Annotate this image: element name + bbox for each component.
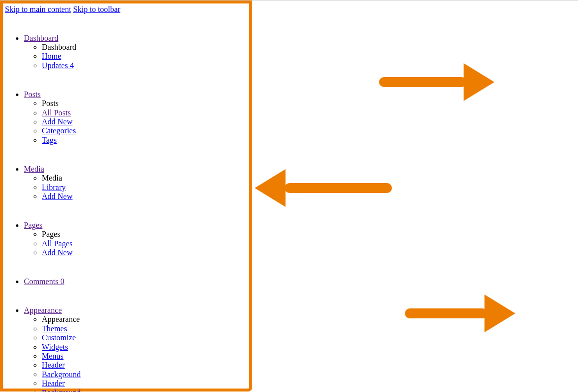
dashboard-home-link[interactable]: Home xyxy=(42,52,61,60)
skip-links: Skip to main content Skip to toolbar xyxy=(5,5,247,14)
dashboard-updates-link[interactable]: Updates 4 xyxy=(42,61,74,70)
posts-add-new-link[interactable]: Add New xyxy=(42,117,73,126)
media-static: Media xyxy=(42,174,247,183)
appearance-header2-link[interactable]: Header xyxy=(42,379,65,388)
appearance-themes-link[interactable]: Themes xyxy=(42,324,67,333)
posts-categories-link[interactable]: Categories xyxy=(42,126,76,135)
pages-static: Pages xyxy=(42,230,247,239)
media-submenu: Media Library Add New xyxy=(24,174,247,201)
skip-toolbar-link[interactable]: Skip to toolbar xyxy=(73,5,120,13)
pages-add-new-link[interactable]: Add New xyxy=(42,248,73,257)
menu-item-posts: Posts Posts All Posts Add New Categories… xyxy=(24,76,247,145)
posts-link[interactable]: Posts xyxy=(24,90,41,99)
pages-submenu: Pages All Pages Add New xyxy=(24,230,247,257)
arrow-left-icon xyxy=(285,183,392,193)
media-link[interactable]: Media xyxy=(24,165,44,174)
menu-item-comments: Comments 0 xyxy=(24,263,247,286)
posts-submenu: Posts All Posts Add New Categories Tags xyxy=(24,99,247,145)
arrow-right-head-icon xyxy=(464,63,494,101)
vertical-divider xyxy=(253,0,253,392)
dashboard-static: Dashboard xyxy=(42,43,247,52)
dashboard-submenu: Dashboard Home Updates 4 xyxy=(24,43,247,70)
appearance-menus-link[interactable]: Menus xyxy=(42,352,64,360)
pages-all-link[interactable]: All Pages xyxy=(42,239,73,248)
skip-main-link[interactable]: Skip to main content xyxy=(5,5,71,13)
arrow-right-icon-2 xyxy=(405,308,487,318)
appearance-customize-link[interactable]: Customize xyxy=(42,333,76,342)
dashboard-link[interactable]: Dashboard xyxy=(24,34,58,43)
menu-item-pages: Pages Pages All Pages Add New xyxy=(24,207,247,257)
appearance-background1-link[interactable]: Background xyxy=(42,370,81,379)
posts-all-link[interactable]: All Posts xyxy=(42,108,71,117)
appearance-submenu: Appearance Themes Customize Widgets Menu… xyxy=(24,315,247,392)
appearance-header1-link[interactable]: Header xyxy=(42,361,65,369)
pages-link[interactable]: Pages xyxy=(24,221,42,230)
media-library-link[interactable]: Library xyxy=(42,183,66,192)
highlighted-panel: Skip to main content Skip to toolbar Das… xyxy=(0,0,252,392)
admin-menu-panel: Skip to main content Skip to toolbar Das… xyxy=(3,3,249,392)
arrow-right-head-icon-2 xyxy=(484,294,515,332)
appearance-link[interactable]: Appearance xyxy=(24,306,62,315)
media-add-new-link[interactable]: Add New xyxy=(42,192,73,200)
page-root: Skip to main content Skip to toolbar Das… xyxy=(0,0,578,392)
admin-menu-list: Dashboard Dashboard Home Updates 4 Posts… xyxy=(5,20,247,392)
posts-tags-link[interactable]: Tags xyxy=(42,136,57,144)
menu-item-appearance: Appearance Appearance Themes Customize W… xyxy=(24,292,247,392)
menu-item-dashboard: Dashboard Dashboard Home Updates 4 xyxy=(24,20,247,70)
posts-static: Posts xyxy=(42,99,247,108)
comments-link[interactable]: Comments 0 xyxy=(24,277,64,286)
arrow-right-icon xyxy=(379,77,467,87)
menu-item-media: Media Media Library Add New xyxy=(24,151,247,201)
appearance-background2-link[interactable]: Background xyxy=(42,389,81,392)
appearance-widgets-link[interactable]: Widgets xyxy=(42,343,68,351)
arrow-left-head-icon xyxy=(255,169,286,207)
appearance-static: Appearance xyxy=(42,315,247,324)
